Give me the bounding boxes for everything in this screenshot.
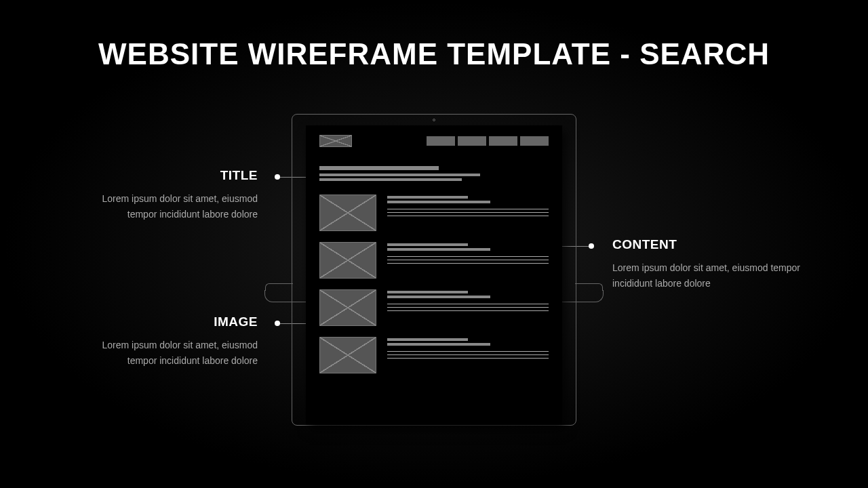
annotation-image: IMAGE Lorem ipsum dolor sit amet, eiusmo… <box>81 312 258 368</box>
subtitle-line <box>319 174 480 176</box>
nav-item <box>520 136 549 146</box>
text-line <box>387 263 549 264</box>
text-line <box>387 291 468 293</box>
text-line <box>387 212 549 213</box>
camera-dot <box>433 119 435 121</box>
page-title: WEBSITE WIREFRAME TEMPLATE - SEARCH <box>0 37 868 71</box>
nav-item <box>489 136 517 146</box>
nav-item <box>427 136 455 146</box>
image-placeholder-icon <box>319 195 376 231</box>
text-line <box>387 216 549 216</box>
text-line <box>387 351 549 352</box>
text-line <box>387 209 549 209</box>
annotation-content-body: Lorem ipsum dolor sit amet, eiusmod temp… <box>612 260 802 291</box>
text-line <box>387 256 549 257</box>
nav-item <box>458 136 486 146</box>
result-text <box>387 195 549 231</box>
search-result <box>319 195 549 231</box>
search-result <box>319 337 549 373</box>
annotation-title-heading: TITLE <box>81 165 258 186</box>
wireframe-header <box>319 135 549 147</box>
wireframe-page <box>306 125 562 425</box>
logo-placeholder-icon <box>319 135 352 147</box>
text-line <box>387 307 549 308</box>
annotation-content-heading: CONTENT <box>612 235 802 255</box>
wireframe-title-block <box>319 166 549 181</box>
annotation-image-body: Lorem ipsum dolor sit amet, eiusmod temp… <box>81 338 258 368</box>
text-line <box>387 243 468 246</box>
search-result <box>319 242 549 279</box>
text-line <box>387 338 468 341</box>
image-placeholder-icon <box>319 337 376 373</box>
text-line <box>387 354 549 355</box>
laptop-screen <box>292 114 576 426</box>
annotation-title-body: Lorem ipsum dolor sit amet, eiusmod temp… <box>81 191 258 222</box>
laptop-frame <box>292 114 576 426</box>
text-line <box>387 310 549 311</box>
result-text <box>387 337 549 373</box>
result-text <box>387 242 549 279</box>
annotation-content: CONTENT Lorem ipsum dolor sit amet, eius… <box>612 235 802 291</box>
text-line <box>387 196 468 199</box>
wireframe-nav <box>427 136 549 146</box>
annotation-image-heading: IMAGE <box>81 312 258 332</box>
text-line <box>387 358 549 359</box>
image-placeholder-icon <box>319 289 376 326</box>
image-placeholder-icon <box>319 242 376 279</box>
subtitle-line <box>319 178 462 181</box>
text-line <box>387 248 490 251</box>
text-line <box>387 343 490 346</box>
result-text <box>387 289 549 326</box>
search-result <box>319 289 549 326</box>
text-line <box>387 296 490 298</box>
title-line <box>319 166 439 170</box>
annotation-title: TITLE Lorem ipsum dolor sit amet, eiusmo… <box>81 165 258 222</box>
text-line <box>387 260 549 260</box>
text-line <box>387 304 549 304</box>
text-line <box>387 201 490 203</box>
